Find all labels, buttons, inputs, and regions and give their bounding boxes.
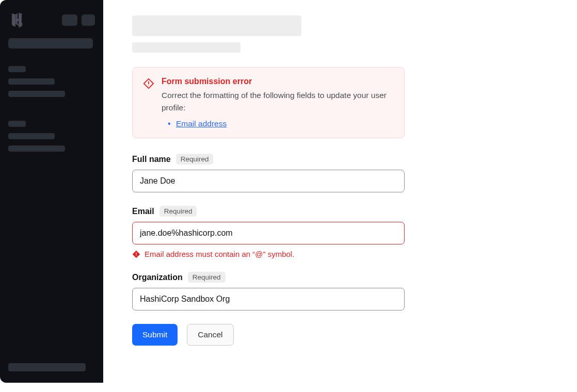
alert-field-item: Email address	[168, 119, 394, 128]
required-badge: Required	[159, 206, 197, 217]
sidebar-skeleton-bar	[8, 38, 93, 48]
required-badge: Required	[176, 154, 214, 165]
sidebar-skeleton-heading	[8, 66, 26, 72]
field-full-name: Full name Required	[132, 154, 405, 192]
alert-body: Form submission error Correct the format…	[162, 77, 394, 128]
label-row: Organization Required	[132, 272, 405, 283]
email-error: Email address must contain an “@” symbol…	[132, 250, 405, 258]
error-diamond-icon	[132, 250, 140, 258]
sidebar-nav-group	[8, 121, 95, 158]
alert-field-list: Email address	[162, 119, 394, 128]
sidebar-top	[8, 11, 95, 29]
svg-rect-0	[15, 19, 19, 21]
alert-diamond-icon	[143, 78, 154, 89]
field-email: Email Required Email address must contai…	[132, 206, 405, 258]
email-error-text: Email address must contain an “@” symbol…	[145, 250, 294, 258]
svg-point-4	[136, 255, 137, 256]
sidebar-header-placeholder	[82, 14, 95, 26]
full-name-label: Full name	[132, 155, 171, 164]
sidebar-skeleton-footer	[8, 363, 86, 371]
form-error-alert: Form submission error Correct the format…	[132, 67, 405, 138]
field-organization: Organization Required	[132, 272, 405, 311]
label-row: Email Required	[132, 206, 405, 217]
required-badge: Required	[188, 272, 226, 283]
sidebar-skeleton-item	[8, 78, 55, 85]
alert-email-link[interactable]: Email address	[176, 119, 227, 128]
sidebar-skeleton-item	[8, 145, 65, 152]
alert-description: Correct the formatting of the following …	[162, 89, 394, 114]
main-content: Form submission error Correct the format…	[103, 0, 568, 383]
sidebar-nav-group	[8, 66, 95, 103]
svg-rect-3	[136, 252, 136, 254]
sidebar-header-actions	[62, 14, 95, 26]
app-frame: Form submission error Correct the format…	[0, 0, 568, 383]
svg-point-2	[148, 85, 149, 86]
full-name-input[interactable]	[132, 170, 405, 192]
page-subtitle-skeleton	[132, 42, 241, 53]
profile-form: Full name Required Email Required	[132, 154, 405, 346]
email-label: Email	[132, 207, 154, 216]
submit-button[interactable]: Submit	[132, 324, 178, 346]
hashicorp-logo-icon	[8, 11, 26, 29]
organization-input[interactable]	[132, 288, 405, 311]
label-row: Full name Required	[132, 154, 405, 165]
organization-label: Organization	[132, 273, 183, 282]
sidebar-skeleton-item	[8, 91, 65, 97]
sidebar-footer	[8, 363, 95, 371]
sidebar	[0, 0, 103, 383]
alert-title: Form submission error	[162, 77, 394, 86]
sidebar-header-placeholder	[62, 14, 77, 26]
sidebar-skeleton-heading	[8, 121, 26, 127]
form-actions: Submit Cancel	[132, 324, 405, 346]
sidebar-skeleton-item	[8, 133, 55, 139]
email-input[interactable]	[132, 222, 405, 244]
cancel-button[interactable]: Cancel	[187, 324, 233, 346]
page-title-skeleton	[132, 15, 301, 36]
